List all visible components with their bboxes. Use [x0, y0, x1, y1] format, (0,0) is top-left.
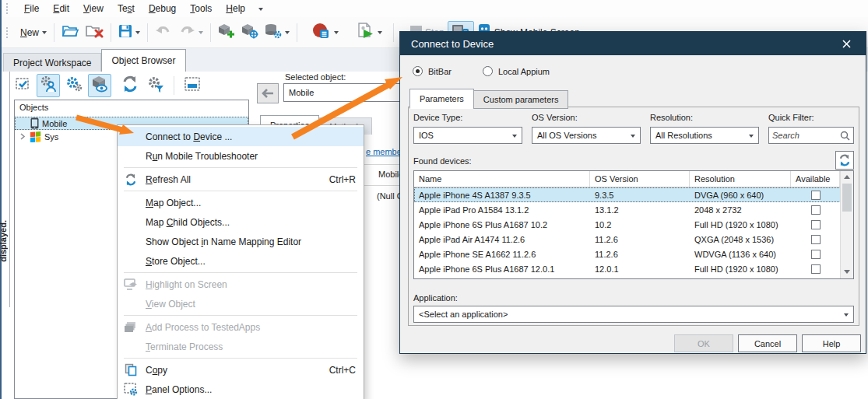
column-header-resolution[interactable]: Resolution — [690, 171, 791, 187]
menu-separator — [124, 315, 357, 316]
refresh-devices-button[interactable] — [835, 151, 854, 170]
redo-icon — [178, 24, 195, 40]
table-scrollbar[interactable] — [840, 171, 853, 278]
menu-item-view-object[interactable]: View Object — [118, 294, 364, 313]
found-devices-table: NameOS VersionResolutionAvailable Apple … — [413, 170, 854, 279]
table-row[interactable]: Apple iPad Air A1474 11.2.611.2.6QXGA (2… — [414, 232, 853, 247]
redo-button[interactable] — [175, 22, 206, 44]
column-header-name[interactable]: Name — [414, 171, 590, 187]
select-device-type[interactable]: IOS — [413, 127, 522, 144]
menu-item-terminate-process[interactable]: Terminate Process — [118, 337, 364, 356]
menu-item-panel-options[interactable]: Panel Options... — [118, 380, 364, 399]
table-row[interactable]: Apple iPhone 6S Plus A1687 12.0.112.0.1F… — [414, 261, 853, 276]
menu-item-run-mobile-troubleshooter[interactable]: Run Mobile Troubleshooter — [118, 146, 364, 166]
table-row[interactable]: Apple iPad Pro A1584 13.1.213.1.22048 x … — [414, 202, 853, 217]
panel-view-button[interactable] — [181, 74, 204, 97]
menu-item-refresh-all[interactable]: Refresh AllCtrl+R — [118, 170, 364, 189]
data-storage-icon — [265, 23, 282, 41]
data-storage-button[interactable] — [262, 22, 293, 44]
dialog-title-bar[interactable]: Connect to Device — [400, 32, 866, 55]
menubar-overflow-caret-icon[interactable] — [258, 8, 263, 13]
table-row[interactable]: Apple iPhone 4S A1387 9.3.59.3.5DVGA (96… — [414, 187, 853, 202]
new-button[interactable]: New — [17, 22, 50, 44]
available-checkbox[interactable] — [811, 220, 821, 229]
column-header-os-version[interactable]: OS Version — [590, 171, 690, 187]
menu-file[interactable]: File — [17, 2, 46, 16]
map-objects-button[interactable] — [37, 74, 60, 97]
table-row[interactable]: Apple iPhone 6 Plus A1522 12.112.1Full H… — [414, 276, 853, 279]
available-checkbox[interactable] — [811, 279, 821, 280]
select-os-version[interactable]: All OS Versions — [532, 127, 641, 144]
checked-window-button[interactable] — [11, 74, 34, 97]
close-button[interactable] — [838, 35, 855, 52]
expander-icon[interactable] — [18, 133, 27, 140]
menu-item-label: Refresh All — [146, 174, 311, 185]
menu-item-connect-to-device[interactable]: Connect to Device ... — [118, 127, 364, 146]
table-row[interactable]: Apple iPhone 6S Plus A1687 10.210.2Full … — [414, 217, 853, 232]
collapsed-panel-tab[interactable]: displayed. — [0, 220, 8, 262]
menu-edit[interactable]: Edit — [46, 2, 76, 16]
menu-item-map-object[interactable]: Map Object... — [118, 193, 364, 212]
save-icon — [118, 24, 132, 40]
available-checkbox[interactable] — [811, 264, 821, 274]
help-button[interactable]: Help — [802, 334, 861, 352]
menu-help[interactable]: Help — [219, 2, 252, 16]
back-button[interactable] — [257, 83, 279, 103]
menu-item-show-object-in-name-mapping-editor[interactable]: Show Object in Name Mapping Editor — [118, 232, 364, 251]
cell-available — [791, 205, 840, 215]
filter-gear-button[interactable] — [144, 74, 167, 97]
cell-os-version: 13.1.2 — [590, 205, 690, 215]
application-label: Application: — [413, 293, 458, 303]
add-object-button[interactable] — [215, 22, 238, 44]
cell-resolution: Full HD (1920 x 1080) — [690, 279, 791, 280]
screen: FileEditViewTestDebugToolsHelp New Stop … — [0, 0, 868, 399]
context-menu: Connect to Device ...Run Mobile Troubles… — [117, 124, 364, 399]
menu-view[interactable]: View — [76, 2, 111, 16]
map-object-button[interactable] — [238, 22, 262, 44]
dialog-tab-bar: ParametersCustom parameters — [409, 89, 568, 109]
radio-bitbar[interactable]: BitBar — [413, 66, 452, 76]
menu-item-add-process-to-testedapps[interactable]: Add Process to TestedApps — [118, 317, 364, 337]
application-select[interactable]: <Select an application> — [413, 306, 854, 323]
save-button[interactable] — [115, 22, 143, 44]
settings-gear-button[interactable] — [62, 74, 86, 97]
undo-button[interactable] — [152, 22, 175, 44]
tab-parameters[interactable]: Parameters — [409, 89, 474, 109]
tab-project-workspace[interactable]: Project Workspace — [3, 53, 101, 72]
run-test-button[interactable] — [354, 22, 385, 44]
menu-item-label: Map Child Objects... — [146, 217, 356, 228]
menu-item-highlight-on-screen[interactable]: Highlight on Screen — [118, 275, 364, 294]
menu-tools[interactable]: Tools — [183, 2, 219, 16]
available-checkbox[interactable] — [811, 191, 821, 200]
menu-debug[interactable]: Debug — [142, 2, 183, 16]
menu-separator — [124, 191, 357, 191]
tab-object-browser[interactable]: Object Browser — [101, 49, 185, 72]
menu-item-store-object[interactable]: Store Object... — [118, 251, 364, 271]
menu-test[interactable]: Test — [111, 2, 142, 16]
menu-item-map-child-objects[interactable]: Map Child Objects... — [118, 212, 364, 232]
available-checkbox[interactable] — [811, 250, 821, 259]
search-input[interactable] — [769, 131, 840, 140]
available-checkbox[interactable] — [811, 235, 821, 244]
select-resolution[interactable]: All Resolutions — [650, 127, 759, 144]
record-button[interactable] — [309, 22, 342, 44]
selected-object-field[interactable]: Mobile — [283, 83, 406, 102]
menu-item-icon-slot — [122, 340, 139, 354]
radio-local-appium[interactable]: Local Appium — [483, 66, 550, 76]
refresh-all-button[interactable] — [118, 74, 142, 97]
panel-view-icon — [184, 76, 201, 95]
tab-custom-parameters[interactable]: Custom parameters — [473, 90, 569, 109]
scroll-down-icon[interactable] — [844, 270, 850, 274]
table-row[interactable]: Apple iPhone SE A1662 11.2.611.2.6WDVGA … — [414, 247, 853, 261]
open-project-button[interactable] — [58, 22, 82, 44]
cancel-button[interactable]: Cancel — [738, 334, 797, 352]
scrollbar-thumb[interactable] — [842, 184, 852, 212]
new-button-label: New — [20, 27, 39, 38]
close-project-button[interactable] — [82, 22, 107, 44]
available-checkbox[interactable] — [811, 205, 821, 215]
cell-os-version: 10.2 — [590, 220, 690, 229]
object-spy-button[interactable] — [88, 74, 111, 97]
menu-item-copy[interactable]: CopyCtrl+C — [118, 360, 364, 380]
column-header-available[interactable]: Available — [791, 171, 840, 187]
scroll-up-icon[interactable] — [844, 175, 850, 179]
